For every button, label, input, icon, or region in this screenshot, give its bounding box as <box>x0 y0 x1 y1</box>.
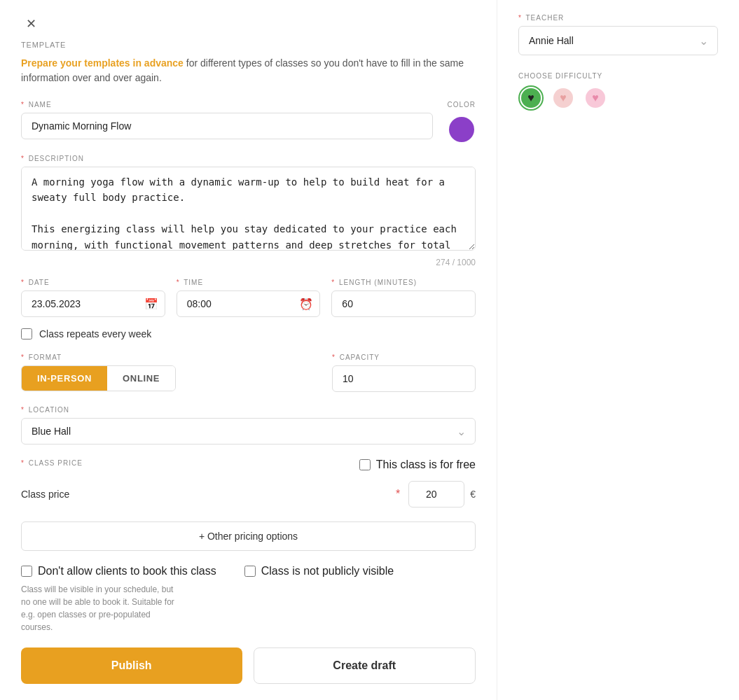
capacity-label: CAPACITY <box>340 354 380 361</box>
format-buttons: IN-PERSON ONLINE <box>21 365 176 391</box>
add-pricing-label: + Other pricing options <box>199 531 298 542</box>
class-repeats-checkbox[interactable] <box>21 328 32 340</box>
not-publicly-visible-section: Class is not publicly visible <box>244 565 394 634</box>
teacher-label: TEACHER <box>526 14 565 22</box>
price-row: Class price * € <box>21 481 476 507</box>
color-picker[interactable] <box>449 117 474 142</box>
dont-allow-description: Class will be visible in your schedule, … <box>21 583 182 634</box>
name-input[interactable] <box>21 113 433 139</box>
template-label: TEMPLATE <box>21 41 476 49</box>
price-label: Class price <box>21 489 389 500</box>
close-button[interactable]: ✕ <box>21 14 41 34</box>
date-label: DATE <box>29 279 50 286</box>
add-pricing-button[interactable]: + Other pricing options <box>21 522 476 551</box>
length-input[interactable] <box>331 290 476 317</box>
time-input[interactable] <box>177 290 321 317</box>
action-buttons-row: Publish Create draft <box>21 648 476 684</box>
free-class-label: This class is for free <box>376 458 476 471</box>
description-input[interactable]: A morning yoga flow with a dynamic warm-… <box>21 167 476 251</box>
name-label: NAME <box>29 101 52 108</box>
not-publicly-visible-label: Class is not publicly visible <box>261 565 394 578</box>
heart-icon-hard: ♥ <box>592 92 599 104</box>
free-class-row: This class is for free <box>359 458 476 471</box>
template-promo-link[interactable]: Prepare your templates in advance <box>21 57 184 69</box>
difficulty-easy[interactable]: ♥ <box>518 85 544 111</box>
price-input[interactable] <box>408 481 464 507</box>
format-label: FORMAT <box>29 354 62 361</box>
dont-allow-label: Don't allow clients to book this class <box>38 565 216 578</box>
date-input[interactable] <box>21 290 165 317</box>
location-select[interactable]: Blue Hall Red Hall Studio A <box>21 418 476 444</box>
template-promo: Prepare your templates in advance for di… <box>21 56 476 85</box>
dont-allow-section: Don't allow clients to book this class C… <box>21 565 216 634</box>
publish-button[interactable]: Publish <box>21 648 242 684</box>
difficulty-medium[interactable]: ♥ <box>551 85 576 111</box>
class-price-label: CLASS PRICE <box>29 459 83 467</box>
time-label: TIME <box>184 279 203 286</box>
currency-symbol: € <box>470 489 476 500</box>
difficulty-circles: ♥ ♥ ♥ <box>518 85 718 111</box>
heart-icon-medium: ♥ <box>560 92 567 104</box>
length-label: LENGTH (MINUTES) <box>339 279 417 286</box>
description-label: DESCRIPTION <box>29 155 84 162</box>
capacity-input[interactable] <box>332 365 476 392</box>
location-label: LOCATION <box>29 406 69 414</box>
create-draft-button[interactable]: Create draft <box>254 648 476 684</box>
difficulty-label: CHOOSE DIFFICULTY <box>518 72 718 80</box>
heart-icon-easy: ♥ <box>527 92 534 104</box>
format-online-button[interactable]: ONLINE <box>107 366 175 391</box>
class-repeats-label: Class repeats every week <box>39 328 151 340</box>
class-repeats-row: Class repeats every week <box>21 328 476 340</box>
char-count: 274 / 1000 <box>21 258 476 267</box>
dont-allow-checkbox[interactable] <box>21 566 32 577</box>
free-class-checkbox[interactable] <box>359 459 371 470</box>
format-in-person-button[interactable]: IN-PERSON <box>22 366 107 391</box>
color-label: COLOR <box>447 101 476 108</box>
difficulty-hard[interactable]: ♥ <box>583 85 608 111</box>
teacher-select[interactable]: Annie Hall John Doe <box>518 26 718 55</box>
not-publicly-visible-checkbox[interactable] <box>244 566 256 577</box>
